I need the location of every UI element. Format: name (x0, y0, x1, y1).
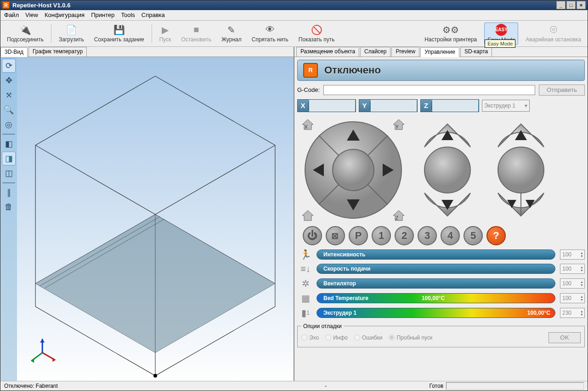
printer-settings-button[interactable]: ⚙⚙ Настройки принтера (422, 23, 480, 44)
menu-bar: Файл View Конфигурация Принтер Tools Спр… (0, 10, 588, 21)
home-all-button[interactable] (301, 210, 315, 221)
y-value[interactable] (371, 100, 417, 112)
script-1-button[interactable]: 1 (372, 226, 391, 245)
3d-viewport[interactable] (17, 57, 294, 381)
show-travel-label: Показать путь (299, 36, 335, 43)
extruder-temp-readout: 100,00°C (527, 310, 550, 316)
debug-options-group: Опции отладки Эхо Инфо Ошибки Пробный пу… (297, 323, 585, 347)
bed-temp-spinner[interactable]: 100▲▼ (560, 293, 585, 303)
status-bar: Отключено: Faberant - Готов (0, 381, 588, 391)
status-connection: Отключено: Faberant (4, 383, 243, 389)
menu-help[interactable]: Справка (141, 11, 165, 18)
x-coord: X (297, 99, 356, 112)
minimize-button[interactable]: _ (556, 1, 565, 9)
flow-spinner[interactable]: 100▲▼ (560, 264, 585, 274)
tab-preview[interactable]: Preview (391, 47, 419, 57)
hide-filament-button[interactable]: 👁 Спрятать нить (249, 23, 291, 44)
view-top-button[interactable]: ◫ (2, 166, 16, 180)
script-4-button[interactable]: 4 (441, 226, 460, 245)
debug-info[interactable]: Инфо (325, 334, 348, 341)
hide-filament-label: Спрятать нить (252, 36, 288, 43)
start-label: Пуск (159, 36, 171, 43)
menu-config[interactable]: Конфигурация (45, 11, 85, 18)
home-x-button[interactable]: X (301, 119, 315, 130)
view-front-button[interactable]: ◨ (2, 152, 16, 165)
gcode-send-button[interactable]: Отправить (539, 85, 585, 96)
load-button[interactable]: 📄 Загрузить (56, 23, 87, 44)
help-button[interactable]: ? (486, 226, 506, 245)
gcode-label: G-Code: (297, 86, 320, 93)
bed-temp-slider[interactable]: Bed Temperature 100,00°C (317, 293, 555, 303)
home-y-button[interactable]: Y (392, 119, 406, 130)
speed-icon: 🏃 (299, 249, 312, 260)
menu-printer[interactable]: Принтер (91, 11, 114, 18)
extruder-temp-spinner[interactable]: 230▲▼ (560, 308, 585, 318)
speed-slider[interactable]: Интенсивность (317, 249, 555, 260)
emergency-icon: ⦾ (548, 24, 559, 35)
move-view-button[interactable]: ✥ (2, 74, 16, 87)
tab-sd-card[interactable]: SD-карта (460, 47, 492, 57)
tab-temp-graph[interactable]: График температур (28, 47, 87, 57)
show-travel-button[interactable]: 🚫 Показать путь (296, 23, 338, 44)
manual-control-panel: R Отключено G-Code: Отправить X Y Z Экст… (294, 57, 588, 381)
tab-object-placement[interactable]: Размещение объекта (296, 47, 359, 57)
chevron-down-icon: ▾ (525, 102, 527, 109)
easy-mode-button[interactable]: EASY Easy Mode Easy Mode (484, 23, 518, 45)
maximize-button[interactable]: □ (566, 1, 576, 9)
x-value[interactable] (309, 100, 355, 112)
extrude-pad (491, 122, 551, 218)
extruder-temp-slider[interactable]: Экструдер 1 100,00°C (317, 308, 555, 318)
zoom-button[interactable]: 🔍 (2, 103, 16, 117)
flow-slider[interactable]: Скорость подачи (317, 264, 555, 274)
svg-text:X: X (305, 125, 308, 130)
script-5-button[interactable]: 5 (464, 226, 483, 245)
script-2-button[interactable]: 2 (395, 226, 414, 245)
tab-slicer[interactable]: Слайсер (360, 47, 390, 57)
debug-ok-button[interactable]: OK (548, 332, 581, 343)
save-job-button[interactable]: 💾 Сохранить задание (91, 23, 147, 44)
parallel-lines-button[interactable]: ∥ (2, 186, 16, 199)
printer-settings-label: Настройки принтера (424, 36, 477, 43)
tab-manual-control[interactable]: Управление (420, 47, 459, 57)
debug-legend: Опции отладки (301, 323, 344, 329)
script-3-button[interactable]: 3 (418, 226, 437, 245)
motors-off-button[interactable]: ⦻ (326, 226, 345, 245)
tab-3d-view[interactable]: 3D-Вид (0, 47, 28, 57)
gears-icon: ⚙⚙ (445, 24, 456, 35)
power-button[interactable]: ⏻ (303, 226, 322, 245)
y-coord: Y (359, 99, 418, 112)
home-z-button[interactable]: Z (392, 210, 406, 221)
debug-errors[interactable]: Ошибки (354, 334, 383, 341)
start-button[interactable]: ▶ Пуск (157, 23, 174, 44)
window-title: Repetier-Host V1.0.6 (12, 2, 70, 9)
play-icon: ▶ (160, 24, 171, 35)
emergency-stop-button[interactable]: ⦾ Аварийная остановка (523, 23, 584, 44)
speed-spinner[interactable]: 100▲▼ (560, 249, 585, 260)
fan-slider[interactable]: Вентилятор (317, 278, 555, 289)
debug-dryrun[interactable]: Пробный пуск (389, 334, 432, 341)
save-label: Сохранить задание (94, 36, 144, 43)
fan-spinner[interactable]: 100▲▼ (560, 278, 585, 289)
stop-icon: ■ (191, 24, 202, 35)
log-button[interactable]: ✎ Журнал (219, 23, 244, 44)
debug-echo[interactable]: Эхо (301, 334, 319, 341)
stop-button[interactable]: ■ Остановить (178, 23, 214, 44)
view-iso-button[interactable]: ◧ (2, 137, 16, 151)
extruder-icon: ▮1 (299, 307, 312, 318)
z-value[interactable] (432, 100, 478, 112)
move-object-button[interactable]: ⤧ (2, 88, 16, 102)
gcode-input[interactable] (323, 85, 535, 95)
close-button[interactable]: × (577, 1, 586, 9)
connect-button[interactable]: 🔌 Подсоединить (4, 23, 46, 44)
status-icon: R (303, 63, 318, 78)
delete-button[interactable]: 🗑 (2, 200, 16, 214)
menu-file[interactable]: Файл (4, 11, 19, 18)
park-button[interactable]: P (349, 226, 368, 245)
z-jog-pad (418, 122, 477, 218)
fit-button[interactable]: ◎ (2, 118, 16, 131)
menu-view[interactable]: View (25, 11, 38, 18)
menu-tools[interactable]: Tools (121, 11, 135, 18)
rotate-view-button[interactable]: ⟳ (2, 59, 16, 73)
svg-point-26 (498, 147, 544, 193)
extruder-select[interactable]: Экструдер 1▾ (482, 100, 530, 112)
